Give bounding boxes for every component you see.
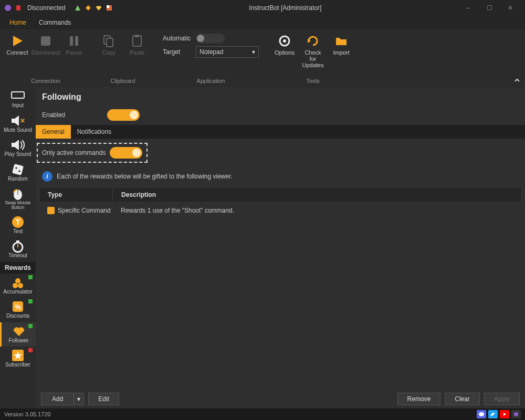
app-small-icon[interactable] — [511, 410, 521, 418]
stopwatch-icon — [10, 239, 26, 253]
quick-icon-2[interactable] — [85, 4, 92, 12]
paste-button[interactable]: Paste — [124, 32, 150, 58]
quick-icon-4[interactable] — [106, 4, 113, 12]
status-dot-red — [28, 348, 33, 352]
sidebar-item-discounts[interactable]: % Discounts — [0, 298, 36, 322]
target-select[interactable]: Notepad ▾ — [196, 46, 259, 58]
menu-home[interactable]: Home — [4, 17, 32, 28]
table-row[interactable]: Specific Command Rewards 1 use of the "S… — [39, 203, 522, 218]
discount-icon: % — [10, 300, 26, 313]
check-updates-button[interactable]: Check for Updates — [300, 32, 326, 70]
import-button[interactable]: Import — [328, 32, 354, 58]
svg-text:T: T — [16, 218, 20, 226]
svg-point-32 — [15, 278, 20, 284]
sidebar-item-timeout[interactable]: Timeout — [0, 237, 36, 262]
edit-button[interactable]: Edit — [88, 393, 119, 405]
quick-icon-3[interactable] — [95, 4, 102, 12]
chevron-down-icon: ▾ — [252, 48, 255, 56]
cell-description: Rewards 1 use of the "Shoot" command. — [121, 207, 513, 214]
star-icon — [10, 349, 26, 362]
options-button[interactable]: Options — [271, 32, 298, 58]
menu-commands[interactable]: Commands — [34, 17, 76, 28]
window-buttons: ─ ☐ ✕ — [458, 0, 521, 16]
quick-icon-1[interactable] — [74, 4, 81, 12]
svg-text:%: % — [15, 303, 21, 311]
svg-point-31 — [18, 283, 23, 288]
only-active-label: Only active commands — [42, 149, 106, 156]
remove-button[interactable]: Remove — [397, 393, 441, 405]
target-value: Notepad — [200, 48, 223, 56]
status-dot-green — [28, 324, 33, 328]
youtube-icon[interactable] — [500, 410, 509, 418]
maximize-button[interactable]: ☐ — [479, 0, 500, 16]
sidebar-item-random[interactable]: Random — [0, 161, 36, 185]
apply-button[interactable]: Apply — [484, 393, 520, 405]
ribbon-group-connection: Connect Disconnect Pause Connection — [0, 29, 91, 87]
svg-marker-2 — [75, 5, 80, 10]
svg-text:✕: ✕ — [20, 117, 25, 124]
sidebar-item-swap-mouse[interactable]: Swap Mouse Button — [0, 185, 36, 213]
svg-point-0 — [5, 5, 11, 11]
sidebar-item-follower[interactable]: Follower — [0, 322, 36, 347]
svg-rect-13 — [135, 35, 139, 37]
application-group-label: Application — [197, 78, 225, 86]
target-row: Target Notepad ▾ — [163, 46, 259, 58]
add-button[interactable]: Add ▾ — [41, 393, 84, 405]
titlebar-quick-icons — [74, 4, 113, 12]
copy-icon — [101, 34, 116, 48]
disconnect-button[interactable]: Disconnect — [33, 32, 59, 58]
sidebar-item-subscriber[interactable]: Subscriber — [0, 346, 36, 371]
automatic-row: Automatic — [163, 34, 259, 43]
ribbon-group-clipboard: Copy Paste Clipboard — [91, 29, 154, 87]
heart-icon — [11, 324, 27, 338]
clipboard-group-label: Clipboard — [110, 78, 135, 86]
gear-icon — [277, 34, 292, 48]
folder-icon — [334, 34, 349, 48]
stop-icon — [38, 34, 53, 48]
sidebar-item-play-sound[interactable]: Play Sound — [0, 136, 36, 161]
mute-icon: ✕ — [10, 114, 26, 128]
minimize-button[interactable]: ─ — [458, 0, 479, 16]
automatic-toggle[interactable] — [196, 34, 225, 43]
discord-icon[interactable] — [477, 410, 486, 418]
accumulator-icon — [10, 276, 26, 289]
ribbon-group-application: Automatic Target Notepad ▾ Application — [154, 29, 267, 87]
ribbon-collapse-button[interactable] — [513, 77, 521, 84]
info-text: Each of the rewards below will be gifted… — [57, 173, 233, 180]
col-description[interactable]: Description — [113, 187, 521, 202]
tools-group-label: Tools — [306, 78, 320, 86]
command-icon — [47, 207, 55, 214]
svg-rect-7 — [41, 36, 50, 46]
sidebar-heading-rewards: Rewards — [0, 262, 36, 274]
tab-notifications[interactable]: Notifications — [71, 125, 118, 139]
chevron-down-icon[interactable]: ▾ — [74, 393, 83, 405]
titlebar: Disconnected InstructBot [Administrator]… — [0, 0, 525, 16]
twitter-icon[interactable] — [488, 410, 498, 418]
svg-marker-20 — [12, 140, 19, 150]
connection-status: Disconnected — [27, 4, 66, 12]
col-type[interactable]: Type — [39, 187, 113, 202]
clear-button[interactable]: Clear — [445, 393, 480, 405]
svg-rect-1 — [16, 5, 20, 10]
only-active-toggle[interactable] — [110, 147, 142, 159]
ribbon-group-tools: Options Check for Updates Import Tools — [267, 29, 359, 87]
svg-rect-17 — [12, 92, 24, 98]
svg-point-22 — [15, 167, 17, 169]
connect-button[interactable]: Connect — [4, 32, 30, 58]
sidebar-item-accumulator[interactable]: Accumulator — [0, 274, 36, 298]
status-dot-green — [28, 275, 33, 279]
tab-general[interactable]: General — [36, 125, 71, 139]
copy-button[interactable]: Copy — [96, 32, 122, 58]
close-button[interactable]: ✕ — [500, 0, 521, 16]
tabs: General Notifications — [36, 125, 525, 139]
sidebar-item-text[interactable]: T Text — [0, 213, 36, 238]
sidebar-item-mute-sound[interactable]: ✕ Mute Sound — [0, 112, 36, 136]
pause-button[interactable]: Pause — [61, 32, 87, 58]
sidebar-item-input[interactable]: Input — [0, 87, 36, 112]
svg-rect-28 — [16, 240, 19, 242]
svg-marker-6 — [13, 36, 23, 46]
info-row: i Each of the rewards below will be gift… — [36, 167, 525, 186]
enabled-toggle[interactable] — [107, 109, 140, 121]
main-panel: Following Enabled General Notifications … — [36, 87, 525, 408]
rewards-table: Type Description Specific Command Reward… — [39, 187, 522, 218]
